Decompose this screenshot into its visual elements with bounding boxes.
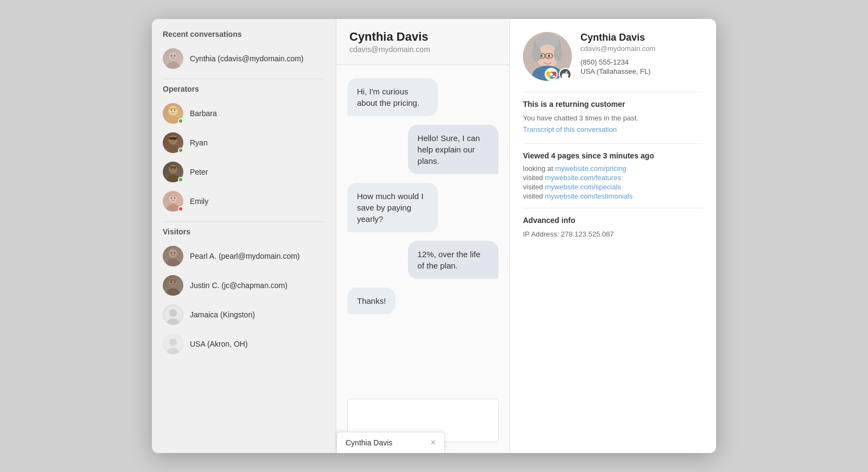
svg-point-52 xyxy=(548,55,550,57)
visited-url-0[interactable]: mywebsite.com/pricing xyxy=(555,164,627,173)
svg-point-58 xyxy=(550,73,553,76)
avatar-container xyxy=(163,103,183,124)
sidebar-item-emily[interactable]: Emily xyxy=(152,187,336,216)
sidebar-item-jamaica[interactable]: Jamaica (Kingston) xyxy=(152,300,336,329)
visited-line-1: visited mywebsite.com/features xyxy=(523,174,703,182)
avatar xyxy=(163,304,183,325)
sidebar-item-label: Pearl A. (pearl@mydomain.com) xyxy=(190,252,300,260)
avatar-container xyxy=(163,132,183,153)
advanced-info-title: Advanced info xyxy=(523,216,703,225)
sidebar-item-label: Barbara xyxy=(190,109,217,118)
svg-point-54 xyxy=(532,46,541,62)
message-bubble: 12%, over the life of the plan. xyxy=(408,241,499,279)
avatar xyxy=(163,48,183,69)
visitors-title: Visitors xyxy=(152,227,336,241)
profile-location: USA (Tallahassee, FL) xyxy=(580,67,703,75)
svg-point-27 xyxy=(167,259,180,266)
notification-name: Cynthia Davis xyxy=(346,438,392,447)
avatar-container xyxy=(163,162,183,182)
svg-point-34 xyxy=(171,282,172,283)
visited-url-3[interactable]: mywebsite.com/testimonials xyxy=(545,192,633,200)
sidebar-item-barbara[interactable]: Barbara xyxy=(152,99,336,128)
sidebar-item-justin[interactable]: Justin C. (jc@chapman.com) xyxy=(152,271,336,300)
visited-url-1[interactable]: mywebsite.com/features xyxy=(545,174,621,182)
profile-info: Cynthia Davis cdavis@mydomain.com (850) … xyxy=(580,32,703,75)
sidebar-item-label: Cynthia (cdavis@mydomain.com) xyxy=(190,54,304,63)
message-bubble: Hello! Sure, I can help explain our plan… xyxy=(408,125,499,174)
sidebar: Recent conversations Cynthia (cdavis@myd… xyxy=(152,19,336,453)
svg-point-19 xyxy=(174,168,175,169)
status-dot xyxy=(178,148,183,153)
svg-point-3 xyxy=(171,55,172,56)
profile-phone: (850) 555-1234 xyxy=(580,58,703,66)
avatar xyxy=(163,275,183,296)
avatar-container xyxy=(163,275,183,296)
avatar-container xyxy=(163,304,183,325)
sidebar-item-cynthia[interactable]: Cynthia (cdavis@mydomain.com) xyxy=(152,44,336,73)
svg-point-9 xyxy=(174,110,175,111)
avatar-container xyxy=(163,334,183,354)
ip-address: IP Address: 278.123.525.087 xyxy=(523,229,703,240)
sidebar-item-label: Jamaica (Kingston) xyxy=(190,310,255,319)
sidebar-item-label: Peter xyxy=(190,168,208,176)
recent-conversations-title: Recent conversations xyxy=(152,30,336,44)
main-chat: Cynthia Davis cdavis@mydomain.com Hi, I'… xyxy=(336,19,510,453)
divider xyxy=(523,208,703,208)
divider xyxy=(523,143,703,144)
svg-point-7 xyxy=(169,106,177,115)
divider xyxy=(163,221,325,222)
svg-point-32 xyxy=(167,288,180,296)
svg-point-12 xyxy=(169,136,177,144)
notification-close[interactable]: × xyxy=(431,438,436,448)
divider xyxy=(163,79,325,79)
chat-header-email: cdavis@mydomain.com xyxy=(349,45,496,54)
sidebar-item-usa[interactable]: USA (Akron, OH) xyxy=(152,329,336,359)
visited-pages: looking at mywebsite.com/pricing visited… xyxy=(523,164,703,200)
message-bubble: Hi, I'm curious about the pricing. xyxy=(347,78,438,116)
notification-bar: Cynthia Davis × xyxy=(336,432,445,453)
profile-photo-container xyxy=(523,32,572,81)
svg-point-55 xyxy=(554,46,563,62)
svg-point-1 xyxy=(167,61,180,69)
svg-point-29 xyxy=(171,252,172,253)
viewed-pages-title: Viewed 4 pages since 3 minutes ago xyxy=(523,151,703,160)
svg-point-2 xyxy=(169,52,177,61)
app-container: Recent conversations Cynthia (cdavis@myd… xyxy=(152,19,716,453)
svg-point-17 xyxy=(169,165,177,174)
returning-customer-text: You have chatted 3 times in the past. Tr… xyxy=(523,113,703,136)
transcript-link[interactable]: Transcript of this conversation xyxy=(523,125,617,133)
status-dot xyxy=(178,177,183,182)
sidebar-item-label: Emily xyxy=(190,197,208,206)
visited-line-0: looking at mywebsite.com/pricing xyxy=(523,164,703,173)
svg-point-28 xyxy=(169,249,177,258)
right-panel: Cynthia Davis cdavis@mydomain.com (850) … xyxy=(510,19,716,453)
svg-point-18 xyxy=(171,168,172,169)
visited-url-2[interactable]: mywebsite.com/specials xyxy=(545,183,621,191)
svg-point-40 xyxy=(169,339,177,346)
svg-rect-20 xyxy=(170,167,176,168)
avatar xyxy=(163,246,183,266)
operators-title: Operators xyxy=(152,85,336,99)
sidebar-item-peter[interactable]: Peter xyxy=(152,157,336,187)
visited-line-3: visited mywebsite.com/testimonials xyxy=(523,192,703,200)
svg-point-35 xyxy=(174,282,175,283)
browser-icons xyxy=(545,68,572,81)
sidebar-item-label: USA (Akron, OH) xyxy=(190,340,248,348)
avatar-container xyxy=(163,191,183,212)
visited-line-2: visited mywebsite.com/specials xyxy=(523,183,703,191)
profile-section: Cynthia Davis cdavis@mydomain.com (850) … xyxy=(523,32,703,81)
svg-point-37 xyxy=(169,309,177,317)
sidebar-item-label: Ryan xyxy=(190,138,208,147)
profile-email: cdavis@mydomain.com xyxy=(580,44,703,53)
message-bubble: Thanks! xyxy=(347,288,395,314)
avatar-container xyxy=(163,246,183,266)
sidebar-item-label: Justin C. (jc@chapman.com) xyxy=(190,281,288,290)
sidebar-item-ryan[interactable]: Ryan xyxy=(152,128,336,157)
chat-header-name: Cynthia Davis xyxy=(349,30,496,44)
svg-point-8 xyxy=(171,110,172,111)
svg-point-30 xyxy=(174,252,175,253)
chat-header: Cynthia Davis cdavis@mydomain.com xyxy=(336,19,509,65)
sidebar-item-pearl[interactable]: Pearl A. (pearl@mydomain.com) xyxy=(152,241,336,271)
message-bubble: How much would I save by paying yearly? xyxy=(347,183,438,232)
avatar xyxy=(163,334,183,354)
